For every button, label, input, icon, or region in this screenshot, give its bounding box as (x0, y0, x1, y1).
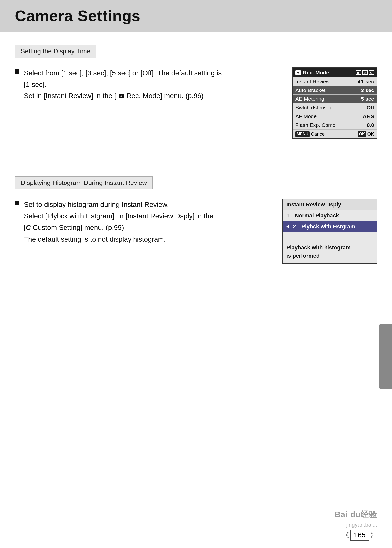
menu1-header-label: Rec. Mode (303, 70, 329, 76)
menu1-row-1: Auto Bracket 3 sec (293, 86, 377, 95)
menu2-header-label: Instant Review Dsply (283, 199, 377, 210)
menu1-row-3: Swtch dst msr pt Off (293, 103, 377, 112)
spacer1 (15, 156, 377, 176)
menu2-info: Playback with histogram is performed (283, 240, 377, 263)
section1: Setting the Display Time Select from [1 … (15, 45, 377, 139)
menu1-icon-c: C (369, 70, 374, 75)
section2-text: Set to display histogram during Instant … (15, 199, 282, 250)
section2-bullet: Set to display histogram during Instant … (15, 199, 267, 245)
page-footer: Bai du经验 jingyan.bai... 《 165 》 (335, 509, 377, 541)
page-container: Camera Settings Setting the Display Time… (0, 0, 392, 548)
main-content: Setting the Display Time Select from [1 … (0, 32, 392, 294)
section2-label: Displaying Histogram During Instant Revi… (15, 176, 153, 189)
section1-bullet-text: Select from [1 sec], [3 sec], [5 sec] or… (24, 67, 222, 102)
section2-menu: Instant Review Dsply 1 Normal Playback 2… (282, 199, 377, 264)
menu-cancel-label: Cancel (311, 131, 326, 137)
arrow-left-icon2 (286, 225, 289, 228)
menu2-spacer (283, 232, 377, 240)
menu2-row-0: 1 Normal Playback (283, 210, 377, 221)
guillemet-left: 《 (342, 531, 349, 539)
page-number: 165 (350, 530, 369, 541)
ok-key: OK (358, 131, 366, 137)
section2-row: Set to display histogram during Instant … (15, 199, 377, 264)
bullet-icon2 (15, 201, 19, 205)
menu1-row-5: Flash Exp. Comp. 0.0 (293, 121, 377, 130)
menu-key: MENU (295, 131, 310, 137)
custom-c-icon: C (26, 224, 31, 231)
guillemet-right: 》 (370, 531, 377, 539)
section1-bullet: Select from [1 sec], [3 sec], [5 sec] or… (15, 67, 277, 102)
section1-label: Setting the Display Time (15, 45, 96, 58)
bullet-icon (15, 69, 19, 74)
section1-row: Select from [1 sec], [3 sec], [5 sec] or… (15, 67, 377, 139)
page-header: Camera Settings (0, 0, 392, 32)
page-title: Camera Settings (15, 7, 140, 24)
section2-bullet-text: Set to display histogram during Instant … (24, 199, 213, 245)
menu2-row-1: 2 Plybck with Hstgram (283, 221, 377, 232)
section1-text: Select from [1 sec], [3 sec], [5 sec] or… (15, 67, 292, 106)
menu1-row-4: AF Mode AF.S (293, 112, 377, 121)
menu1-header: Rec. Mode ▶ ✕ C (293, 68, 377, 77)
baidu-logo: Bai du经验 (335, 509, 377, 520)
section2: Displaying Histogram During Instant Revi… (15, 176, 377, 264)
menu1-icon-play: ▶ (356, 70, 361, 75)
page-number-container: 《 165 》 (342, 530, 377, 541)
menu1-row-2: AE Metering 5 sec (293, 95, 377, 103)
sidebar-tab (379, 324, 392, 389)
menu1-row-0: Instant Review 1 sec (293, 77, 377, 86)
baidu-url: jingyan.bai... (346, 522, 377, 528)
menu1-footer: MENU Cancel OK OK (293, 130, 377, 138)
section1-menu: Rec. Mode ▶ ✕ C Instant Review 1 sec (292, 67, 377, 139)
menu-ok-label: OK (367, 131, 374, 137)
arrow-left-icon (357, 80, 360, 84)
menu1-icon-x: ✕ (362, 70, 368, 75)
